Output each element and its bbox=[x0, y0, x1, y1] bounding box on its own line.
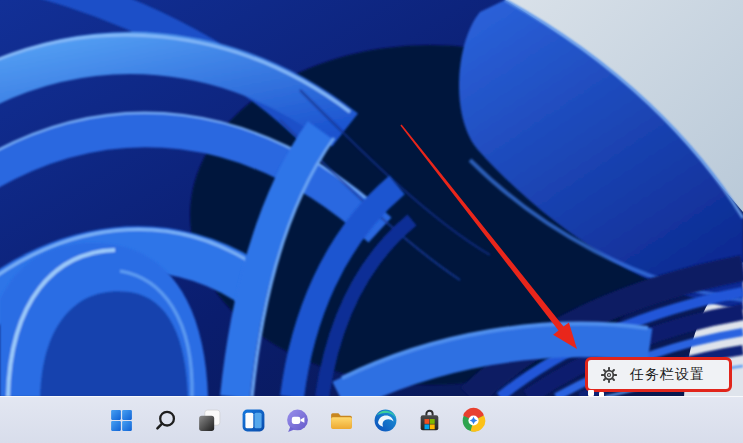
taskbar-start-button[interactable] bbox=[101, 400, 141, 440]
edge-icon bbox=[372, 407, 399, 434]
chat-icon bbox=[284, 407, 311, 434]
folder-icon bbox=[328, 407, 355, 434]
menu-item-label: 任务栏设置 bbox=[630, 366, 705, 384]
gear-icon bbox=[601, 367, 617, 383]
screenshot-artifact bbox=[599, 392, 604, 397]
taskbar-context-menu-highlighted: 任务栏设置 bbox=[585, 357, 732, 392]
desktop: 任务栏设置 bbox=[0, 0, 743, 443]
widgets-icon bbox=[240, 407, 267, 434]
menu-item-taskbar-settings[interactable]: 任务栏设置 bbox=[588, 360, 729, 389]
screenshot-artifact bbox=[588, 390, 594, 396]
taskbar-icon-group bbox=[101, 400, 493, 440]
chrome-icon bbox=[460, 407, 487, 434]
taskbar-store-button[interactable] bbox=[409, 400, 449, 440]
taskbar-task-view-button[interactable] bbox=[189, 400, 229, 440]
taskbar-chat-button[interactable] bbox=[277, 400, 317, 440]
windows-logo-icon bbox=[108, 407, 135, 434]
taskbar-file-explorer-button[interactable] bbox=[321, 400, 361, 440]
task-view-icon bbox=[196, 407, 223, 434]
taskbar-edge-button[interactable] bbox=[365, 400, 405, 440]
search-icon bbox=[152, 407, 179, 434]
taskbar-chrome-button[interactable] bbox=[453, 400, 493, 440]
store-bag-icon bbox=[416, 407, 443, 434]
taskbar-widgets-button[interactable] bbox=[233, 400, 273, 440]
taskbar-search-button[interactable] bbox=[145, 400, 185, 440]
